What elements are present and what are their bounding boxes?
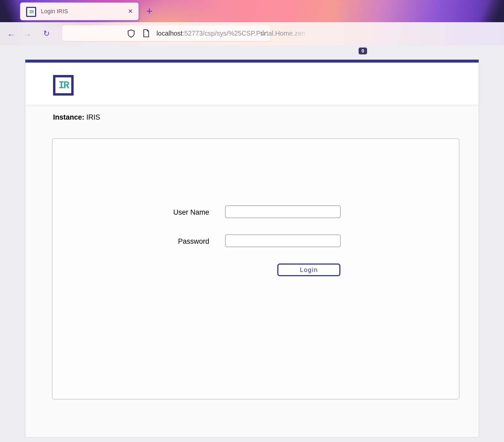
page-accent-bar (25, 60, 479, 63)
username-label: User Name (130, 205, 209, 218)
instance-value: IRIS (84, 113, 100, 121)
url-bar[interactable]: localhost:52773/csp/sys/%25CSP.Portal.Ho… (62, 25, 270, 41)
ghostery-count-badge: 0 (359, 48, 367, 54)
tab-close-icon[interactable]: × (128, 3, 133, 20)
reload-icon[interactable]: ↻ (40, 22, 53, 45)
new-tab-button[interactable]: + (144, 6, 155, 16)
iris-logo: IR (53, 75, 74, 96)
tracking-protection-shield-icon[interactable] (127, 30, 135, 37)
login-page-card: IR Instance: IRIS User Name Password Log… (25, 59, 479, 437)
username-field[interactable] (225, 205, 341, 218)
url-path: :52773/csp/sys/%25CSP.Portal.Home.zen (183, 30, 305, 37)
login-button[interactable]: Login (277, 264, 340, 276)
password-label: Password (130, 234, 209, 247)
password-field[interactable] (225, 234, 341, 247)
url-text[interactable]: localhost:52773/csp/sys/%25CSP.Portal.Ho… (156, 25, 315, 41)
forward-icon[interactable]: → (21, 22, 34, 45)
tab-title: Login IRIS (41, 3, 68, 20)
bookmark-star-icon[interactable]: ☆ (260, 25, 267, 41)
browser-navbar: ← → ↻ localhost:52773/csp/sys/%25CSP.Por… (0, 22, 504, 45)
instance-label: Instance: (53, 113, 84, 121)
login-panel: User Name Password Login (52, 138, 459, 399)
page-background: IR Instance: IRIS User Name Password Log… (0, 45, 504, 442)
tab-favicon-iris-icon: IR (26, 7, 36, 17)
instance-row: Instance: IRIS (53, 113, 100, 121)
url-host: localhost (156, 30, 183, 37)
page-info-icon[interactable] (143, 29, 150, 37)
back-icon[interactable]: ← (5, 22, 17, 45)
browser-tab[interactable]: IR Login IRIS × (20, 2, 139, 21)
page-header: IR (25, 63, 479, 105)
browser-titlebar: IR Login IRIS × + × (0, 0, 504, 22)
